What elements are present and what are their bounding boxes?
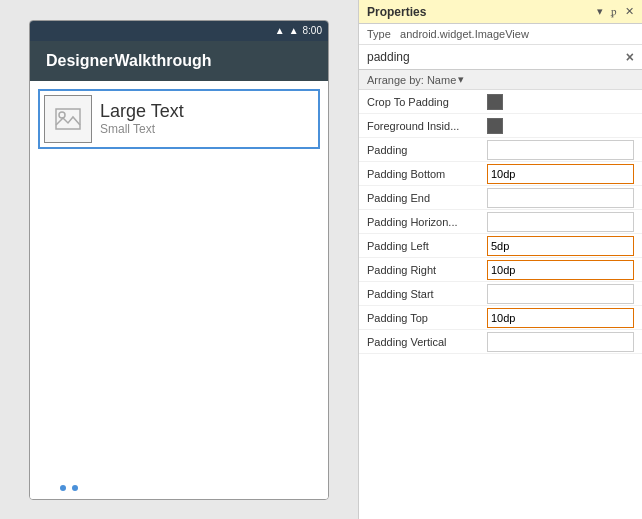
selection-handle: [60, 485, 78, 491]
prop-value-crop: [487, 94, 634, 110]
wifi-icon: ▲: [275, 25, 285, 36]
prop-row-padding-vertical: Padding Vertical: [359, 330, 642, 354]
padding-input[interactable]: [487, 140, 634, 160]
svg-point-1: [59, 112, 65, 118]
handle-dot-2: [72, 485, 78, 491]
prop-label-foreground: Foreground Insid...: [367, 120, 487, 132]
handle-dot-1: [60, 485, 66, 491]
properties-title: Properties: [367, 5, 426, 19]
prop-label-padding: Padding: [367, 144, 487, 156]
device-content: Large Text Small Text: [30, 81, 328, 499]
search-clear-button[interactable]: ×: [626, 49, 634, 65]
prop-value-padding-end: [487, 188, 634, 208]
image-icon: [54, 107, 82, 131]
svg-rect-0: [56, 109, 80, 129]
type-row: Type android.widget.ImageView: [359, 24, 642, 45]
svg-rect-3: [490, 121, 500, 131]
arrange-label: Arrange by: Name: [367, 74, 456, 86]
pin-button[interactable]: ▾: [597, 5, 603, 18]
padding-right-input[interactable]: [487, 260, 634, 280]
padding-bottom-input[interactable]: [487, 164, 634, 184]
prop-row-crop-to-padding: Crop To Padding: [359, 90, 642, 114]
prop-row-padding: Padding: [359, 138, 642, 162]
search-input[interactable]: [367, 50, 622, 64]
device-panel: ▲ ▲ 8:00 DesignerWalkthrough Large Text …: [0, 0, 358, 519]
prop-value-padding-right: [487, 260, 634, 280]
prop-label-crop: Crop To Padding: [367, 96, 487, 108]
prop-row-padding-end: Padding End: [359, 186, 642, 210]
properties-panel: Properties ▾ ᵱ ✕ Type android.widget.Ima…: [358, 0, 642, 519]
properties-header-controls: ▾ ᵱ ✕: [597, 5, 634, 18]
prop-label-padding-start: Padding Start: [367, 288, 487, 300]
prop-label-padding-left: Padding Left: [367, 240, 487, 252]
search-row[interactable]: ×: [359, 45, 642, 70]
dock-button[interactable]: ᵱ: [611, 5, 617, 18]
padding-top-input[interactable]: [487, 308, 634, 328]
text-container: Large Text Small Text: [100, 101, 184, 136]
prop-label-padding-bottom: Padding Bottom: [367, 168, 487, 180]
large-text-label: Large Text: [100, 101, 184, 122]
prop-value-padding-vertical: [487, 332, 634, 352]
foreground-inside-checkbox[interactable]: [487, 118, 503, 134]
prop-row-padding-start: Padding Start: [359, 282, 642, 306]
prop-row-padding-horizontal: Padding Horizon...: [359, 210, 642, 234]
prop-row-padding-bottom: Padding Bottom: [359, 162, 642, 186]
signal-icon: ▲: [289, 25, 299, 36]
padding-start-input[interactable]: [487, 284, 634, 304]
padding-horizontal-input[interactable]: [487, 212, 634, 232]
close-button[interactable]: ✕: [625, 5, 634, 18]
padding-end-input[interactable]: [487, 188, 634, 208]
prop-label-padding-end: Padding End: [367, 192, 487, 204]
prop-row-foreground: Foreground Insid...: [359, 114, 642, 138]
prop-row-padding-right: Padding Right: [359, 258, 642, 282]
crop-to-padding-checkbox[interactable]: [487, 94, 503, 110]
device-status-bar: ▲ ▲ 8:00: [30, 21, 328, 41]
prop-label-padding-horizontal: Padding Horizon...: [367, 216, 487, 228]
prop-row-padding-top: Padding Top: [359, 306, 642, 330]
prop-label-padding-right: Padding Right: [367, 264, 487, 276]
prop-value-padding-left: [487, 236, 634, 256]
arrange-row: Arrange by: Name ▾: [359, 70, 642, 90]
prop-value-padding-top: [487, 308, 634, 328]
prop-row-padding-left: Padding Left: [359, 234, 642, 258]
svg-rect-2: [490, 97, 500, 107]
padding-vertical-input[interactable]: [487, 332, 634, 352]
image-placeholder: [44, 95, 92, 143]
type-label: Type: [367, 28, 391, 40]
prop-value-padding: [487, 140, 634, 160]
prop-value-padding-horizontal: [487, 212, 634, 232]
status-time: 8:00: [303, 25, 322, 36]
list-item: Large Text Small Text: [38, 89, 320, 149]
properties-header: Properties ▾ ᵱ ✕: [359, 0, 642, 24]
prop-value-padding-start: [487, 284, 634, 304]
app-name-label: DesignerWalkthrough: [46, 52, 212, 70]
properties-list: Crop To Padding Foreground Insid... Padd…: [359, 90, 642, 519]
device-title-bar: DesignerWalkthrough: [30, 41, 328, 81]
arrange-chevron-icon[interactable]: ▾: [458, 73, 464, 86]
type-value: android.widget.ImageView: [400, 28, 529, 40]
prop-label-padding-vertical: Padding Vertical: [367, 336, 487, 348]
prop-label-padding-top: Padding Top: [367, 312, 487, 324]
android-device: ▲ ▲ 8:00 DesignerWalkthrough Large Text …: [29, 20, 329, 500]
prop-value-foreground: [487, 118, 634, 134]
small-text-label: Small Text: [100, 122, 184, 136]
prop-value-padding-bottom: [487, 164, 634, 184]
padding-left-input[interactable]: [487, 236, 634, 256]
